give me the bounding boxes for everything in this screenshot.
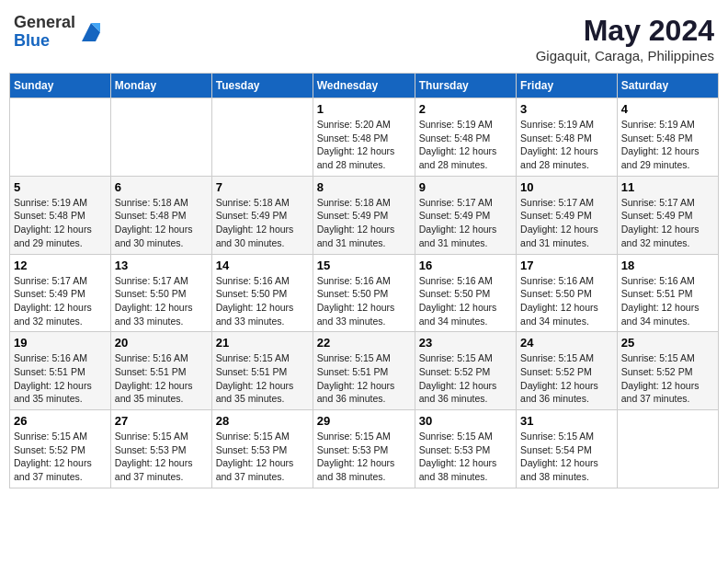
day-number: 1: [317, 102, 411, 116]
calendar-cell: 29Sunrise: 5:15 AM Sunset: 5:53 PM Dayli…: [313, 410, 415, 488]
calendar-day-header: Tuesday: [211, 74, 313, 98]
day-info: Sunrise: 5:17 AM Sunset: 5:49 PM Dayligh…: [621, 196, 714, 250]
day-info: Sunrise: 5:19 AM Sunset: 5:48 PM Dayligh…: [520, 118, 613, 172]
day-info: Sunrise: 5:15 AM Sunset: 5:52 PM Dayligh…: [621, 351, 714, 406]
calendar-cell: 2Sunrise: 5:19 AM Sunset: 5:48 PM Daylig…: [415, 98, 516, 177]
day-number: 7: [216, 180, 309, 194]
calendar-cell: 24Sunrise: 5:15 AM Sunset: 5:52 PM Dayli…: [517, 332, 618, 410]
calendar-day-header: Sunday: [10, 74, 111, 98]
day-info: Sunrise: 5:15 AM Sunset: 5:53 PM Dayligh…: [419, 430, 512, 484]
page-title: May 2024: [536, 14, 714, 48]
day-info: Sunrise: 5:17 AM Sunset: 5:49 PM Dayligh…: [14, 274, 107, 328]
calendar-week-row: 1Sunrise: 5:20 AM Sunset: 5:48 PM Daylig…: [10, 98, 719, 177]
calendar-day-header: Monday: [110, 74, 211, 98]
calendar-cell: 6Sunrise: 5:18 AM Sunset: 5:48 PM Daylig…: [110, 176, 211, 254]
day-info: Sunrise: 5:17 AM Sunset: 5:50 PM Dayligh…: [115, 274, 208, 328]
calendar-cell: 15Sunrise: 5:16 AM Sunset: 5:50 PM Dayli…: [313, 254, 415, 332]
calendar-cell: 25Sunrise: 5:15 AM Sunset: 5:52 PM Dayli…: [617, 332, 718, 410]
calendar-cell: 14Sunrise: 5:16 AM Sunset: 5:50 PM Dayli…: [211, 254, 313, 332]
calendar-cell: 12Sunrise: 5:17 AM Sunset: 5:49 PM Dayli…: [10, 254, 111, 332]
day-number: 28: [216, 414, 309, 428]
day-number: 26: [14, 414, 107, 428]
calendar-cell: 5Sunrise: 5:19 AM Sunset: 5:48 PM Daylig…: [10, 176, 111, 254]
day-number: 9: [419, 180, 512, 194]
calendar-week-row: 5Sunrise: 5:19 AM Sunset: 5:48 PM Daylig…: [10, 176, 719, 254]
calendar-table: SundayMondayTuesdayWednesdayThursdayFrid…: [9, 73, 719, 488]
day-info: Sunrise: 5:16 AM Sunset: 5:51 PM Dayligh…: [115, 351, 208, 406]
day-info: Sunrise: 5:16 AM Sunset: 5:51 PM Dayligh…: [621, 274, 714, 328]
calendar-cell: 23Sunrise: 5:15 AM Sunset: 5:52 PM Dayli…: [415, 332, 516, 410]
calendar-cell: 13Sunrise: 5:17 AM Sunset: 5:50 PM Dayli…: [110, 254, 211, 332]
logo-blue: Blue: [14, 31, 50, 50]
day-number: 23: [419, 336, 512, 350]
calendar-cell: 7Sunrise: 5:18 AM Sunset: 5:49 PM Daylig…: [211, 176, 313, 254]
day-info: Sunrise: 5:15 AM Sunset: 5:53 PM Dayligh…: [115, 430, 208, 484]
day-number: 31: [520, 414, 613, 428]
calendar-cell: 1Sunrise: 5:20 AM Sunset: 5:48 PM Daylig…: [313, 98, 415, 177]
day-info: Sunrise: 5:16 AM Sunset: 5:50 PM Dayligh…: [419, 274, 512, 328]
day-info: Sunrise: 5:19 AM Sunset: 5:48 PM Dayligh…: [621, 118, 714, 172]
calendar-day-header: Saturday: [617, 74, 718, 98]
calendar-cell: 3Sunrise: 5:19 AM Sunset: 5:48 PM Daylig…: [517, 98, 618, 177]
day-number: 20: [115, 336, 208, 350]
day-number: 2: [419, 102, 512, 116]
calendar-cell: 10Sunrise: 5:17 AM Sunset: 5:49 PM Dayli…: [517, 176, 618, 254]
calendar-cell: 11Sunrise: 5:17 AM Sunset: 5:49 PM Dayli…: [617, 176, 718, 254]
day-info: Sunrise: 5:15 AM Sunset: 5:52 PM Dayligh…: [520, 351, 613, 406]
day-number: 10: [520, 180, 613, 194]
day-info: Sunrise: 5:18 AM Sunset: 5:49 PM Dayligh…: [317, 196, 411, 250]
calendar-cell: 20Sunrise: 5:16 AM Sunset: 5:51 PM Dayli…: [110, 332, 211, 410]
day-info: Sunrise: 5:16 AM Sunset: 5:50 PM Dayligh…: [520, 274, 613, 328]
day-info: Sunrise: 5:15 AM Sunset: 5:52 PM Dayligh…: [419, 351, 512, 406]
day-number: 12: [14, 259, 107, 272]
calendar-cell: [110, 98, 211, 177]
calendar-cell: [211, 98, 313, 177]
day-info: Sunrise: 5:20 AM Sunset: 5:48 PM Dayligh…: [317, 118, 411, 172]
calendar-cell: 27Sunrise: 5:15 AM Sunset: 5:53 PM Dayli…: [110, 410, 211, 488]
day-number: 16: [419, 259, 512, 272]
day-number: 29: [317, 414, 411, 428]
day-number: 3: [520, 102, 613, 116]
calendar-cell: 17Sunrise: 5:16 AM Sunset: 5:50 PM Dayli…: [517, 254, 618, 332]
day-info: Sunrise: 5:15 AM Sunset: 5:54 PM Dayligh…: [520, 430, 613, 484]
calendar-cell: 4Sunrise: 5:19 AM Sunset: 5:48 PM Daylig…: [617, 98, 718, 177]
calendar-week-row: 12Sunrise: 5:17 AM Sunset: 5:49 PM Dayli…: [10, 254, 719, 332]
day-number: 18: [621, 259, 714, 272]
calendar-day-header: Wednesday: [313, 74, 415, 98]
calendar-cell: 31Sunrise: 5:15 AM Sunset: 5:54 PM Dayli…: [517, 410, 618, 488]
calendar-week-row: 19Sunrise: 5:16 AM Sunset: 5:51 PM Dayli…: [10, 332, 719, 410]
day-info: Sunrise: 5:16 AM Sunset: 5:50 PM Dayligh…: [317, 274, 411, 328]
day-info: Sunrise: 5:19 AM Sunset: 5:48 PM Dayligh…: [419, 118, 512, 172]
day-info: Sunrise: 5:15 AM Sunset: 5:53 PM Dayligh…: [216, 430, 309, 484]
calendar-cell: [10, 98, 111, 177]
page-subtitle: Gigaquit, Caraga, Philippines: [536, 48, 714, 63]
logo-general: General: [14, 13, 75, 31]
day-info: Sunrise: 5:19 AM Sunset: 5:48 PM Dayligh…: [14, 196, 107, 250]
calendar-cell: 8Sunrise: 5:18 AM Sunset: 5:49 PM Daylig…: [313, 176, 415, 254]
day-number: 13: [115, 259, 208, 272]
day-number: 25: [621, 336, 714, 350]
calendar-cell: 19Sunrise: 5:16 AM Sunset: 5:51 PM Dayli…: [10, 332, 111, 410]
day-number: 6: [115, 180, 208, 194]
day-info: Sunrise: 5:18 AM Sunset: 5:49 PM Dayligh…: [216, 196, 309, 250]
calendar-cell: [617, 410, 718, 488]
day-info: Sunrise: 5:15 AM Sunset: 5:51 PM Dayligh…: [317, 351, 411, 406]
day-number: 30: [419, 414, 512, 428]
logo: General Blue: [14, 14, 105, 51]
calendar-cell: 9Sunrise: 5:17 AM Sunset: 5:49 PM Daylig…: [415, 176, 516, 254]
calendar-cell: 22Sunrise: 5:15 AM Sunset: 5:51 PM Dayli…: [313, 332, 415, 410]
day-info: Sunrise: 5:17 AM Sunset: 5:49 PM Dayligh…: [419, 196, 512, 250]
page-header: General Blue May 2024 Gigaquit, Caraga, …: [9, 9, 719, 63]
calendar-week-row: 26Sunrise: 5:15 AM Sunset: 5:52 PM Dayli…: [10, 410, 719, 488]
day-number: 5: [14, 180, 107, 194]
day-info: Sunrise: 5:16 AM Sunset: 5:50 PM Dayligh…: [216, 274, 309, 328]
day-number: 15: [317, 259, 411, 272]
day-info: Sunrise: 5:17 AM Sunset: 5:49 PM Dayligh…: [520, 196, 613, 250]
day-number: 11: [621, 180, 714, 194]
calendar-day-header: Thursday: [415, 74, 516, 98]
calendar-cell: 28Sunrise: 5:15 AM Sunset: 5:53 PM Dayli…: [211, 410, 313, 488]
day-number: 21: [216, 336, 309, 350]
calendar-header-row: SundayMondayTuesdayWednesdayThursdayFrid…: [10, 74, 719, 98]
day-number: 19: [14, 336, 107, 350]
day-info: Sunrise: 5:16 AM Sunset: 5:51 PM Dayligh…: [14, 351, 107, 406]
